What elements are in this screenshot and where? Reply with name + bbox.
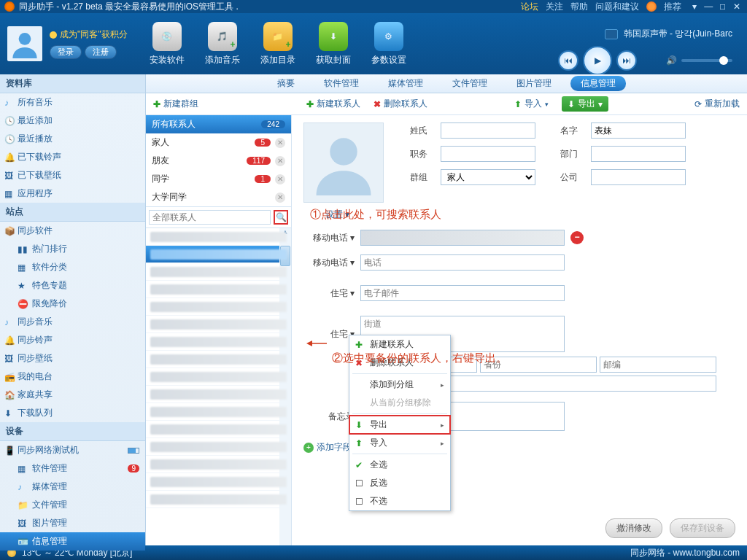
- ctx-select-all[interactable]: ✔全选: [349, 456, 450, 474]
- input-company[interactable]: [591, 169, 686, 185]
- sidebar-sync-wall[interactable]: 🖼同步壁纸: [0, 349, 145, 368]
- list-item[interactable]: [146, 316, 291, 333]
- ctx-new-contact[interactable]: ✚新建联系人: [349, 335, 450, 354]
- link-follow[interactable]: 关注: [546, 1, 563, 13]
- toolbar-install[interactable]: 💿安装软件: [150, 22, 185, 66]
- delete-group-icon[interactable]: ✕: [275, 192, 285, 203]
- ctx-del-contact[interactable]: ✖删除联系人: [349, 354, 450, 372]
- input-firstname[interactable]: [591, 122, 686, 139]
- search-input[interactable]: [149, 210, 271, 225]
- btn-del-contact[interactable]: ✖删除联系人: [374, 98, 427, 110]
- toolbar-cover[interactable]: ⬇获取封面: [316, 22, 351, 66]
- input-dept[interactable]: [591, 146, 686, 162]
- save-button[interactable]: 保存到设备: [670, 518, 735, 538]
- search-icon[interactable]: 🔍: [274, 210, 288, 225]
- input-jobtitle[interactable]: [441, 146, 535, 162]
- sidebar-dev-media[interactable]: ♪媒体管理: [0, 478, 145, 496]
- contact-list[interactable]: ▲: [146, 228, 291, 545]
- list-item[interactable]: [146, 491, 291, 508]
- contact-photo[interactable]: [303, 122, 384, 203]
- input-lastname[interactable]: [441, 122, 535, 139]
- weibo-icon[interactable]: [646, 1, 657, 12]
- delete-group-icon[interactable]: ✕: [275, 138, 285, 148]
- sidebar-sync-music[interactable]: ♪同步音乐: [0, 313, 145, 331]
- sidebar-all-music[interactable]: ♪所有音乐: [0, 93, 145, 112]
- list-item[interactable]: [146, 281, 291, 298]
- link-forum[interactable]: 论坛: [521, 1, 538, 13]
- group-family[interactable]: 家人5✕: [146, 133, 291, 152]
- list-item[interactable]: [146, 298, 291, 316]
- login-button[interactable]: 登录: [50, 45, 82, 59]
- sidebar-apps[interactable]: ▦应用程序: [0, 184, 145, 203]
- ctx-import[interactable]: ⬆导入▸: [349, 434, 450, 452]
- list-item[interactable]: [146, 351, 291, 368]
- sidebar-recent-play[interactable]: 🕓最近播放: [0, 130, 145, 148]
- sidebar-dev-software[interactable]: ▦软件管理9: [0, 459, 145, 478]
- list-item[interactable]: [146, 263, 291, 281]
- btn-new-contact[interactable]: ✚新建联系人: [306, 98, 360, 110]
- sidebar-dev-files[interactable]: 📁文件管理: [0, 496, 145, 514]
- sidebar-dev-photos[interactable]: 🖼图片管理: [0, 514, 145, 532]
- input-province[interactable]: [480, 357, 597, 373]
- remove-field-icon[interactable]: −: [570, 231, 584, 244]
- sidebar-categories[interactable]: ▦软件分类: [0, 258, 145, 276]
- minimize-icon[interactable]: —: [703, 1, 714, 12]
- group-all[interactable]: 所有联系人242: [146, 115, 291, 133]
- list-item[interactable]: [146, 456, 291, 473]
- sidebar-dl-ring[interactable]: 🔔已下载铃声: [0, 148, 145, 166]
- close-icon[interactable]: ✕: [731, 1, 743, 12]
- sidebar-dlqueue[interactable]: ⬇下载队列: [0, 404, 145, 422]
- link-feedback[interactable]: 问题和建议: [595, 1, 639, 13]
- sidebar-device-root[interactable]: ▾📱同步网络测试机: [0, 441, 145, 459]
- sidebar-hotrank[interactable]: ▮▮热门排行: [0, 240, 145, 258]
- list-item[interactable]: [146, 421, 291, 438]
- sidebar-featured[interactable]: ★特色专题: [0, 276, 145, 295]
- toolbar-adddir[interactable]: 📁添加目录: [260, 22, 295, 66]
- register-button[interactable]: 注册: [85, 45, 117, 59]
- list-item[interactable]: [146, 228, 291, 246]
- volume-slider[interactable]: 🔊: [666, 55, 732, 66]
- sidebar-recent-add[interactable]: 🕓最近添加: [0, 112, 145, 130]
- ctx-select-none[interactable]: ☐不选: [349, 492, 450, 510]
- input-email[interactable]: [360, 285, 565, 301]
- sidebar-homeshare[interactable]: 🏠家庭共享: [0, 386, 145, 404]
- ctx-select-invert[interactable]: ☐反选: [349, 474, 450, 492]
- delete-group-icon[interactable]: ✕: [275, 156, 285, 166]
- tab-files[interactable]: 文件管理: [442, 76, 498, 91]
- user-avatar[interactable]: [7, 26, 42, 61]
- btn-reload[interactable]: ⟳重新加载: [694, 98, 740, 110]
- btn-export[interactable]: ⬇导出▾: [562, 96, 608, 112]
- maximize-icon[interactable]: □: [717, 1, 729, 12]
- list-item[interactable]: [146, 246, 291, 263]
- delete-group-icon[interactable]: ✕: [275, 174, 285, 184]
- tab-media[interactable]: 媒体管理: [378, 76, 433, 91]
- settings-link[interactable]: 设置 ▾: [325, 209, 735, 221]
- list-item[interactable]: [146, 333, 291, 351]
- sidebar-sync-ring[interactable]: 🔔同步铃声: [0, 331, 145, 349]
- tab-photos[interactable]: 图片管理: [506, 76, 562, 91]
- sidebar-freedrop[interactable]: ⛔限免降价: [0, 295, 145, 313]
- input-zip[interactable]: [600, 357, 716, 373]
- ctx-export[interactable]: ⬇导出▸: [349, 416, 450, 434]
- tab-info[interactable]: 信息管理: [570, 76, 626, 91]
- list-item[interactable]: [146, 438, 291, 456]
- settings-dropdown-icon[interactable]: ▾: [689, 1, 700, 12]
- list-item[interactable]: [146, 403, 291, 421]
- sidebar-dl-wall[interactable]: 🖼已下载壁纸: [0, 166, 145, 184]
- link-help[interactable]: 帮助: [570, 1, 588, 13]
- btn-import[interactable]: ⬆导入▾: [514, 98, 549, 110]
- prev-button[interactable]: ⏮: [558, 50, 578, 71]
- input-mobile1[interactable]: [360, 230, 565, 246]
- toolbar-addmusic[interactable]: 🎵添加音乐: [205, 22, 240, 66]
- link-recommend[interactable]: 推荐: [664, 1, 681, 13]
- group-friends[interactable]: 朋友117✕: [146, 152, 291, 170]
- group-classmates[interactable]: 同学1✕: [146, 170, 291, 188]
- group-college[interactable]: 大学同学✕: [146, 188, 291, 206]
- tab-summary[interactable]: 摘要: [267, 76, 305, 91]
- sidebar-my-radio[interactable]: 📻我的电台: [0, 368, 145, 386]
- select-group[interactable]: 家人: [441, 169, 535, 185]
- cancel-button[interactable]: 撤消修改: [605, 518, 662, 538]
- play-button[interactable]: ▶: [583, 46, 612, 75]
- list-item[interactable]: [146, 368, 291, 386]
- sidebar-site-root[interactable]: ▾📦同步软件: [0, 222, 145, 240]
